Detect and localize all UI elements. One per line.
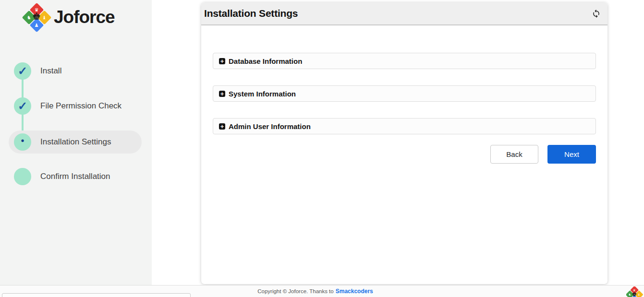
step-item-installation-settings: • Installation Settings bbox=[9, 131, 142, 154]
section-label: Database Information bbox=[229, 57, 302, 65]
crown-icon: ♚ bbox=[23, 11, 50, 22]
next-button[interactable]: Next bbox=[547, 145, 596, 164]
step-label: Installation Settings bbox=[40, 137, 111, 147]
step-label: Confirm Installation bbox=[40, 172, 110, 181]
back-button[interactable]: Back bbox=[490, 145, 538, 164]
step-circle-active: • bbox=[14, 133, 31, 151]
step-item-file-permission-check: ✓ File Permission Check bbox=[9, 95, 142, 118]
plus-square-icon: + bbox=[219, 91, 225, 97]
plus-square-icon: + bbox=[219, 58, 225, 64]
step-circle-pending bbox=[14, 168, 31, 185]
check-icon: ✓ bbox=[18, 100, 27, 112]
section-system-information[interactable]: + System Information bbox=[213, 85, 596, 102]
section-admin-user-information[interactable]: + Admin User Information bbox=[213, 118, 596, 134]
refresh-button[interactable] bbox=[590, 7, 602, 20]
step-item-confirm-installation: Confirm Installation bbox=[9, 165, 142, 188]
brand-logo: ♚ Joforce bbox=[23, 3, 115, 32]
section-label: System Information bbox=[229, 90, 296, 98]
step-circle-complete: ✓ bbox=[14, 97, 31, 115]
step-circle-complete: ✓ bbox=[14, 62, 31, 80]
step-item-install: ✓ Install bbox=[9, 59, 142, 83]
page-title: Installation Settings bbox=[201, 8, 298, 19]
panel-header: Installation Settings bbox=[201, 2, 608, 25]
wizard-buttons: Back Next bbox=[201, 145, 596, 164]
joforce-diamond-icon: ♚ bbox=[626, 286, 643, 297]
crown-icon: ♚ bbox=[626, 290, 643, 297]
refresh-icon bbox=[592, 9, 601, 18]
check-icon: ✓ bbox=[18, 65, 27, 77]
brand-name: Joforce bbox=[54, 7, 115, 27]
installation-settings-panel: Installation Settings + Database Informa… bbox=[201, 2, 608, 284]
copyright-text: Copyright © Joforce. Thanks to bbox=[257, 288, 333, 294]
status-tooltip bbox=[2, 293, 191, 297]
smackcoders-link[interactable]: Smackcoders bbox=[336, 288, 373, 295]
joforce-favicon: ♚ bbox=[626, 286, 644, 297]
sidebar: ♚ Joforce ✓ Install ✓ File Permission Ch… bbox=[0, 0, 152, 285]
step-label: File Permission Check bbox=[40, 101, 122, 111]
active-dot-icon: • bbox=[21, 136, 24, 145]
step-label: Install bbox=[40, 66, 61, 76]
section-database-information[interactable]: + Database Information bbox=[213, 53, 596, 69]
joforce-diamond-icon: ♚ bbox=[23, 4, 50, 31]
section-label: Admin User Information bbox=[229, 122, 311, 131]
plus-square-icon: + bbox=[219, 123, 225, 130]
